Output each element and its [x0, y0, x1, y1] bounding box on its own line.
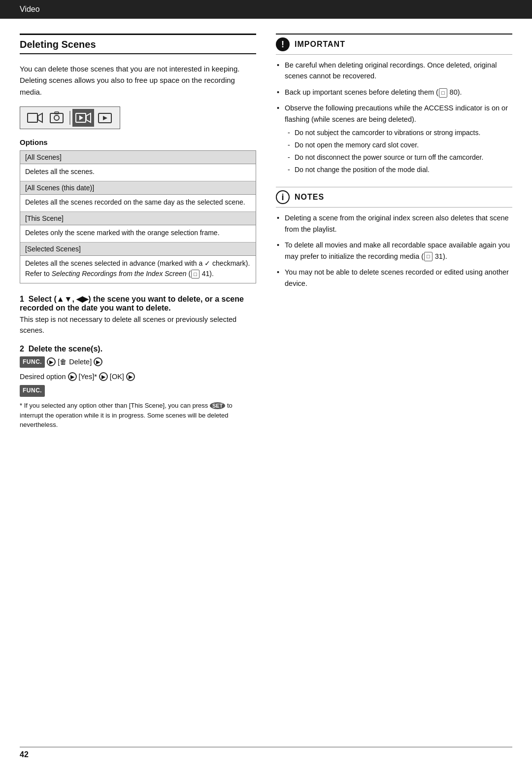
option-desc-this-scene: Deletes only the scene marked with the o… [20, 225, 256, 243]
circle-arrow-5: ▶ [126, 372, 135, 381]
important-header: ! IMPORTANT [276, 34, 512, 55]
notes-header: i NOTES [276, 187, 512, 208]
mode-icon-video-play [72, 109, 94, 127]
sub-item-2: Do not open the memory card slot cover. [285, 140, 512, 150]
func-line-2: Desired option ▶ [Yes]* ▶ [OK] ▶ [20, 370, 256, 383]
option-header-selected-scenes: [Selected Scenes] [20, 243, 256, 256]
step-1-block: 1 Select (▲▼, ◀▶) the scene you want to … [20, 294, 256, 336]
svg-marker-1 [38, 113, 42, 122]
func-badge-end: FUNC. [20, 385, 45, 397]
svg-marker-9 [103, 116, 107, 120]
option-desc-selected-scenes: Deletes all the scenes selected in advan… [20, 256, 256, 283]
delete-menu: [🗑 Delete] [58, 355, 92, 368]
ref-box-41: □ [191, 270, 200, 279]
mode-icon-photo-play [94, 109, 116, 127]
sub-item-1: Do not subject the camcorder to vibratio… [285, 128, 512, 138]
step-1-desc: This step is not necessary to delete all… [20, 315, 256, 336]
svg-rect-0 [28, 113, 37, 122]
svg-marker-7 [79, 115, 83, 120]
important-item-1: Be careful when deleting original record… [276, 60, 512, 82]
notes-box: i NOTES Deleting a scene from the origin… [276, 187, 512, 289]
circle-arrow-1: ▶ [47, 357, 56, 366]
func-line-1: FUNC. ▶ [🗑 Delete] ▶ [20, 355, 256, 368]
step-2-block: 2 Delete the scene(s). FUNC. ▶ [🗑 Delete… [20, 345, 256, 429]
left-column: Deleting Scenes You can delete those sce… [20, 34, 256, 439]
desired-option-text: Desired option [20, 370, 66, 383]
mode-icon-photo [46, 109, 67, 127]
step-2-num: 2 Delete the scene(s). [20, 345, 256, 353]
step-1-title: Select (▲▼, ◀▶) the scene you want to de… [20, 295, 244, 312]
ref-box-31: □ [424, 252, 432, 261]
important-icon: ! [276, 37, 290, 51]
set-badge: SET [210, 402, 225, 409]
step-2-footnote: * If you selected any option other than … [20, 401, 256, 430]
mode-icon-video [24, 109, 46, 127]
top-bar: Video [0, 0, 532, 19]
step-1-num: 1 Select (▲▼, ◀▶) the scene you want to … [20, 294, 256, 313]
important-title: IMPORTANT [295, 40, 345, 49]
func-badge-start: FUNC. [20, 356, 45, 368]
circle-arrow-2: ▶ [94, 357, 102, 366]
section-title: Deleting Scenes [20, 34, 256, 54]
right-column: ! IMPORTANT Be careful when deleting ori… [276, 34, 512, 439]
option-desc-all-scenes-date: Deletes all the scenes recorded on the s… [20, 195, 256, 212]
mode-divider [69, 111, 70, 125]
circle-arrow-3: ▶ [68, 372, 77, 381]
svg-marker-6 [86, 113, 91, 122]
important-list: Be careful when deleting original record… [276, 60, 512, 175]
func-line-3: FUNC. [20, 385, 256, 397]
option-header-all-scenes: [All Scenes] [20, 151, 256, 164]
notes-list: Deleting a scene from the original index… [276, 212, 512, 289]
mode-icons-row [20, 106, 120, 129]
page-footer: 42 [20, 747, 512, 759]
important-item-2: Back up important scenes before deleting… [276, 87, 512, 98]
sub-item-3: Do not disconnect the power source or tu… [285, 152, 512, 163]
important-sublist: Do not subject the camcorder to vibratio… [285, 128, 512, 175]
page-number: 42 [20, 750, 29, 759]
notes-item-2: To delete all movies and make all record… [276, 240, 512, 262]
ok-option: [OK] [110, 370, 124, 383]
step-2-title: Delete the scene(s). [29, 345, 102, 353]
page: Video Deleting Scenes You can delete tho… [0, 0, 532, 769]
option-desc-all-scenes: Deletes all the scenes. [20, 164, 256, 181]
sub-item-4: Do not change the position of the mode d… [285, 165, 512, 175]
notes-item-3: You may not be able to delete scenes rec… [276, 267, 512, 289]
circle-arrow-4: ▶ [99, 372, 108, 381]
important-item-3: Observe the following precautions while … [276, 103, 512, 175]
ref-box-80: □ [439, 88, 447, 98]
notes-title: NOTES [295, 193, 324, 202]
content-area: Deleting Scenes You can delete those sce… [0, 19, 532, 458]
options-label: Options [20, 138, 256, 146]
option-header-all-scenes-date: [All Scenes (this date)] [20, 181, 256, 195]
svg-point-3 [54, 115, 59, 120]
top-bar-label: Video [20, 5, 40, 13]
options-table: [All Scenes] Deletes all the scenes. [Al… [20, 150, 256, 283]
option-header-this-scene: [This Scene] [20, 212, 256, 225]
yes-option: [Yes]* [79, 370, 97, 383]
important-box: ! IMPORTANT Be careful when deleting ori… [276, 34, 512, 175]
notes-item-1: Deleting a scene from the original index… [276, 212, 512, 235]
notes-icon: i [276, 190, 290, 204]
intro-text: You can delete those scenes that you are… [20, 63, 256, 98]
svg-rect-2 [50, 113, 63, 123]
italic-ref-text: Selecting Recordings from the Index Scre… [52, 270, 187, 278]
